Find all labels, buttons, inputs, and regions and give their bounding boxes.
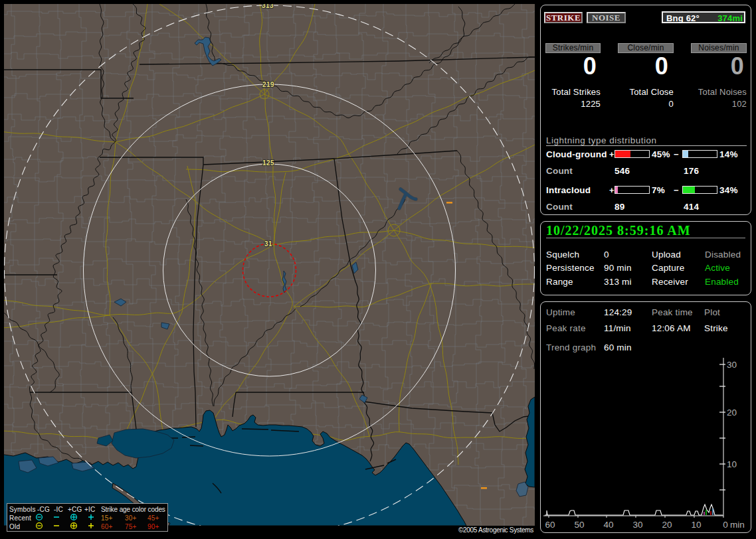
svg-text:30: 30 xyxy=(632,520,642,530)
svg-text:10: 10 xyxy=(727,459,737,469)
svg-text:60: 60 xyxy=(545,520,555,530)
svg-text:219: 219 xyxy=(262,81,274,88)
svg-text:0: 0 xyxy=(723,520,728,530)
svg-text:20: 20 xyxy=(662,520,672,530)
svg-text:10: 10 xyxy=(691,520,701,530)
svg-text:125: 125 xyxy=(262,159,274,167)
svg-text:40: 40 xyxy=(603,520,613,530)
svg-text:50: 50 xyxy=(574,520,584,530)
svg-text:313: 313 xyxy=(262,4,274,9)
svg-text:31: 31 xyxy=(264,240,272,248)
svg-text:20: 20 xyxy=(727,408,737,418)
svg-text:30: 30 xyxy=(727,360,737,370)
svg-text:min: min xyxy=(730,520,745,530)
